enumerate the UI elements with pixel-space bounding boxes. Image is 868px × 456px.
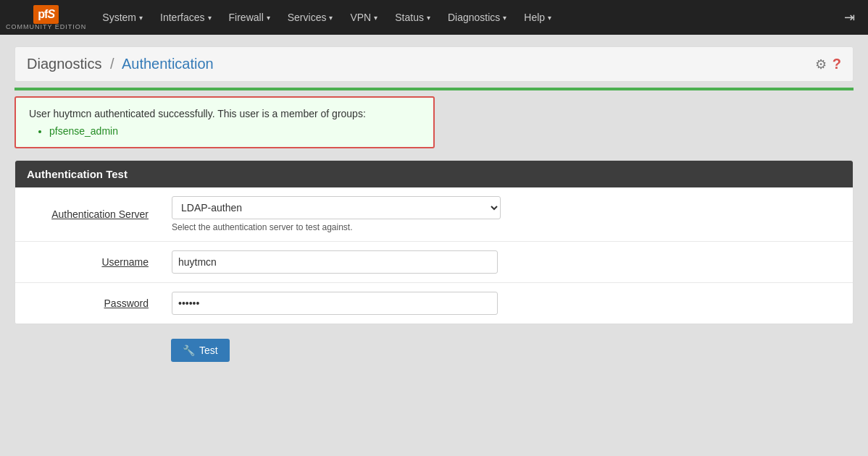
- nav-item-diagnostics[interactable]: Diagnostics ▾: [439, 0, 515, 35]
- panel-title: Authentication Test: [15, 161, 853, 187]
- auth-server-help: Select the authentication server to test…: [172, 222, 841, 232]
- auth-server-label-cell: Authentication Server: [15, 187, 160, 242]
- logout-icon[interactable]: ⇥: [837, 9, 862, 25]
- panel-body: Authentication Server LDAP-authen Select…: [15, 187, 853, 324]
- username-label: Username: [101, 256, 149, 268]
- brand-icon: pfS: [33, 5, 59, 24]
- chevron-down-icon: ▾: [139, 14, 143, 22]
- nav-item-status[interactable]: Status ▾: [386, 0, 439, 35]
- nav-item-interfaces[interactable]: Interfaces ▾: [151, 0, 220, 35]
- username-field-cell: [160, 242, 853, 283]
- password-row: Password: [15, 283, 853, 324]
- password-label: Password: [104, 297, 149, 309]
- nav-link-interfaces[interactable]: Interfaces ▾: [151, 0, 220, 35]
- help-icon[interactable]: ?: [832, 56, 841, 72]
- header-icons: ⚙ ?: [815, 56, 841, 72]
- navbar: pfS COMMUNITY EDITION System ▾ Interface…: [0, 0, 868, 35]
- settings-icon[interactable]: ⚙: [815, 56, 827, 72]
- nav-link-vpn[interactable]: VPN ▾: [341, 0, 386, 35]
- list-item: pfsense_admin: [49, 125, 420, 137]
- groups-list: pfsense_admin: [29, 125, 420, 137]
- success-message-box: User huytmcn authenticated successfully.…: [14, 96, 435, 148]
- nav-item-system[interactable]: System ▾: [93, 0, 151, 35]
- nav-link-help[interactable]: Help ▾: [515, 0, 560, 35]
- auth-server-select[interactable]: LDAP-authen: [172, 196, 501, 219]
- brand-logo[interactable]: pfS COMMUNITY EDITION: [6, 5, 86, 30]
- success-text: User huytmcn authenticated successfully.…: [29, 108, 420, 119]
- nav-link-system[interactable]: System ▾: [93, 0, 151, 35]
- breadcrumb-separator: /: [110, 56, 114, 72]
- chevron-down-icon: ▾: [208, 14, 212, 22]
- green-status-line: [14, 88, 854, 90]
- brand-edition: COMMUNITY EDITION: [6, 24, 86, 30]
- page-header: Diagnostics / Authentication ⚙ ?: [14, 46, 854, 82]
- nav-item-services[interactable]: Services ▾: [279, 0, 342, 35]
- username-row: Username: [15, 242, 853, 283]
- username-input[interactable]: [172, 250, 498, 274]
- chevron-down-icon: ▾: [329, 14, 333, 22]
- chevron-down-icon: ▾: [548, 14, 551, 22]
- nav-menu: System ▾ Interfaces ▾ Firewall ▾ Service…: [93, 0, 837, 35]
- breadcrumb-parent: Diagnostics: [27, 56, 101, 72]
- form-table: Authentication Server LDAP-authen Select…: [15, 187, 853, 324]
- password-field-cell: [160, 283, 853, 324]
- password-input[interactable]: [172, 292, 498, 315]
- main-content: Diagnostics / Authentication ⚙ ? User hu…: [0, 35, 868, 379]
- nav-link-services[interactable]: Services ▾: [279, 0, 342, 35]
- chevron-down-icon: ▾: [374, 14, 377, 22]
- breadcrumb: Diagnostics / Authentication: [27, 56, 214, 72]
- chevron-down-icon: ▾: [503, 14, 506, 22]
- username-label-cell: Username: [15, 242, 160, 283]
- nav-link-status[interactable]: Status ▾: [386, 0, 439, 35]
- password-label-cell: Password: [15, 283, 160, 324]
- auth-test-panel: Authentication Test Authentication Serve…: [14, 160, 854, 324]
- breadcrumb-current: Authentication: [122, 56, 214, 72]
- auth-server-field-cell: LDAP-authen Select the authentication se…: [160, 187, 853, 242]
- nav-item-vpn[interactable]: VPN ▾: [341, 0, 386, 35]
- test-button-label: Test: [199, 345, 218, 356]
- auth-server-row: Authentication Server LDAP-authen Select…: [15, 187, 853, 242]
- nav-link-diagnostics[interactable]: Diagnostics ▾: [439, 0, 515, 35]
- wrench-icon: 🔧: [183, 345, 195, 356]
- chevron-down-icon: ▾: [267, 14, 270, 22]
- auth-server-label: Authentication Server: [51, 208, 149, 220]
- nav-item-firewall[interactable]: Firewall ▾: [220, 0, 279, 35]
- nav-link-firewall[interactable]: Firewall ▾: [220, 0, 279, 35]
- test-button[interactable]: 🔧 Test: [171, 339, 230, 362]
- chevron-down-icon: ▾: [427, 14, 430, 22]
- navbar-right: ⇥: [837, 9, 862, 25]
- nav-item-help[interactable]: Help ▾: [515, 0, 560, 35]
